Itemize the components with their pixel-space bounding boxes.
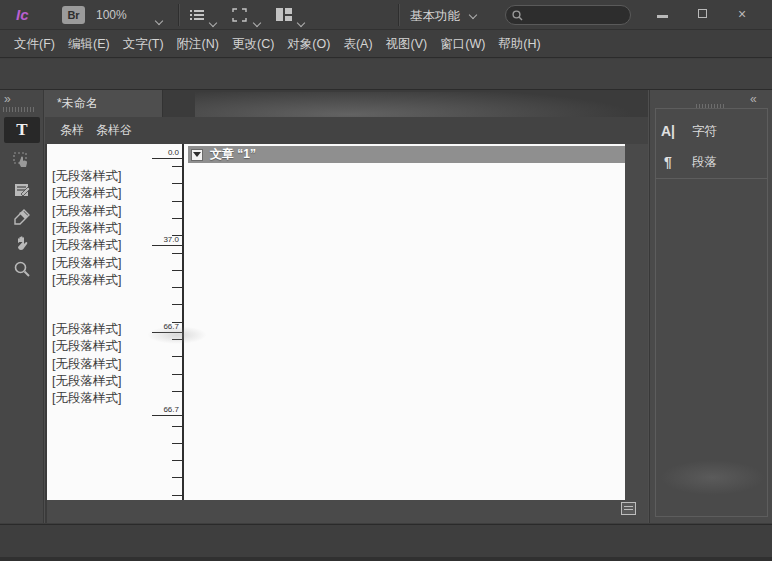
- window-bottom-edge: [0, 557, 772, 561]
- ruler-depth-label: 66.7: [149, 322, 179, 331]
- workspace-switcher[interactable]: 基本功能: [410, 8, 476, 25]
- document-pane: *未命名 条样 条样谷 [无段落样式][无段落样式][无段落样式][无段落样式]…: [45, 90, 648, 523]
- view-options-button[interactable]: [190, 9, 205, 21]
- chevron-down-icon: [209, 19, 217, 27]
- ruler-label-line: [152, 415, 184, 416]
- vertical-scrollbar-track[interactable]: [625, 144, 648, 523]
- triangle-down-icon: [193, 152, 201, 157]
- view-tab-story[interactable]: 条样谷: [96, 122, 132, 139]
- ruler-tick: [172, 183, 184, 184]
- story-header[interactable]: 文章 “1”: [188, 146, 625, 163]
- zoom-tool[interactable]: [4, 256, 40, 282]
- paragraph-style-row[interactable]: [无段落样式]: [52, 185, 121, 202]
- menu-item-notes[interactable]: 附注(N): [177, 36, 219, 53]
- tools-panel: » T: [0, 90, 44, 523]
- ruler-tick: [172, 322, 184, 323]
- minimize-icon: [657, 15, 668, 18]
- chevron-down-icon: [469, 11, 477, 19]
- menu-item-changes[interactable]: 更改(C): [232, 36, 274, 53]
- paragraph-style-row[interactable]: [无段落样式]: [52, 255, 121, 272]
- ruler-tick: [172, 356, 184, 357]
- position-tool[interactable]: [4, 147, 40, 173]
- paragraph-style-row[interactable]: [无段落样式]: [52, 168, 121, 185]
- zoom-tool-icon: [14, 261, 30, 277]
- arrange-documents-icon: [276, 8, 292, 21]
- minimize-button[interactable]: [649, 4, 675, 24]
- dock-item-character[interactable]: A|字符: [658, 118, 764, 144]
- expand-dock-button[interactable]: «: [750, 94, 757, 104]
- chevron-down-icon: [253, 19, 261, 27]
- menu-bar: 文件(F)编辑(E)文字(T)附注(N)更改(C)对象(O)表(A)视图(V)窗…: [0, 31, 772, 58]
- search-box[interactable]: [505, 5, 631, 25]
- type-tool-icon: T: [16, 120, 27, 140]
- close-icon: ×: [738, 6, 746, 22]
- paragraph-style-row[interactable]: [无段落样式]: [52, 390, 121, 407]
- eyedropper-tool[interactable]: [4, 204, 40, 230]
- menu-item-object[interactable]: 对象(O): [287, 36, 330, 53]
- arrange-documents-button[interactable]: [276, 8, 292, 21]
- menu-item-window[interactable]: 窗口(W): [440, 36, 485, 53]
- panel-drag-handle[interactable]: [3, 107, 35, 112]
- galley-area[interactable]: [无段落样式][无段落样式][无段落样式][无段落样式][无段落样式][无段落样…: [47, 144, 625, 500]
- ruler-depth-label: 0.0: [149, 148, 179, 157]
- menu-item-edit[interactable]: 编辑(E): [68, 36, 110, 53]
- tab-bar: [163, 90, 648, 117]
- arrange-documents-dropdown[interactable]: [298, 12, 304, 30]
- screen-mode-icon: [232, 8, 247, 22]
- ruler-tick: [172, 201, 184, 202]
- zoom-level-value: 100%: [96, 8, 127, 22]
- search-input[interactable]: [527, 9, 619, 21]
- maximize-icon: [698, 9, 707, 18]
- note-tool[interactable]: [4, 177, 40, 203]
- ruler-label-line: [152, 332, 184, 333]
- menu-item-view[interactable]: 视图(V): [386, 36, 428, 53]
- paragraph-style-row[interactable]: [无段落样式]: [52, 321, 121, 338]
- paragraph-style-row[interactable]: [无段落样式]: [52, 237, 121, 254]
- ruler-tick: [172, 495, 184, 496]
- screen-mode-dropdown[interactable]: [254, 12, 260, 30]
- bridge-button[interactable]: Br: [62, 6, 85, 24]
- menu-item-help[interactable]: 帮助(H): [498, 36, 540, 53]
- type-tool[interactable]: T: [4, 117, 40, 143]
- ruler-label-line: [152, 158, 184, 159]
- ruler-tick: [172, 426, 184, 427]
- paragraph-style-row[interactable]: [无段落样式]: [52, 373, 121, 390]
- divider: [398, 4, 399, 26]
- paragraph-style-row[interactable]: [无段落样式]: [52, 220, 121, 237]
- paragraph-style-row[interactable]: [无段落样式]: [52, 338, 121, 355]
- eyedropper-icon: [14, 209, 30, 225]
- close-button[interactable]: ×: [729, 4, 755, 24]
- ruler-tick: [172, 443, 184, 444]
- ruler-tick: [172, 374, 184, 375]
- ruler-depth-label: 37.0: [149, 235, 179, 244]
- status-bar: Adobe 宋体 Std 12 点 单倍间距 1 2 ≡ F:66H:16T:8…: [0, 524, 772, 557]
- paragraph-style-row[interactable]: [无段落样式]: [52, 356, 121, 373]
- menu-item-table[interactable]: 表(A): [343, 36, 372, 53]
- search-icon: [512, 10, 523, 21]
- character-icon: A|: [658, 123, 678, 139]
- maximize-button[interactable]: [689, 4, 715, 24]
- expand-tools-button[interactable]: »: [4, 94, 11, 104]
- view-options-dropdown[interactable]: [210, 12, 216, 30]
- menu-item-type[interactable]: 文字(T): [123, 36, 164, 53]
- ruler-tick: [172, 235, 184, 236]
- zoom-level-dropdown[interactable]: [156, 10, 162, 28]
- document-tab-title: *未命名: [57, 95, 98, 112]
- overset-indicator-icon[interactable]: [621, 502, 636, 515]
- ruler-tick: [172, 339, 184, 340]
- paragraph-style-row[interactable]: [无段落样式]: [52, 272, 121, 289]
- story-collapse-button[interactable]: [191, 149, 203, 161]
- hand-tool[interactable]: [4, 230, 40, 256]
- dock-item-paragraph[interactable]: ¶段落: [658, 149, 764, 175]
- screen-mode-button[interactable]: [232, 8, 247, 22]
- menu-item-file[interactable]: 文件(F): [14, 36, 55, 53]
- document-tab[interactable]: *未命名: [45, 90, 163, 117]
- paragraph-style-row[interactable]: [无段落样式]: [52, 203, 121, 220]
- ruler-tick: [172, 304, 184, 305]
- paragraph-icon: ¶: [658, 154, 678, 170]
- ruler-tick: [172, 218, 184, 219]
- title-bar: Ic Br 100% 基本功能 ×: [0, 0, 772, 30]
- ruler-depth-label: 66.7: [149, 405, 179, 414]
- view-tab-galley[interactable]: 条样: [60, 122, 84, 139]
- app-logo: Ic: [16, 6, 29, 23]
